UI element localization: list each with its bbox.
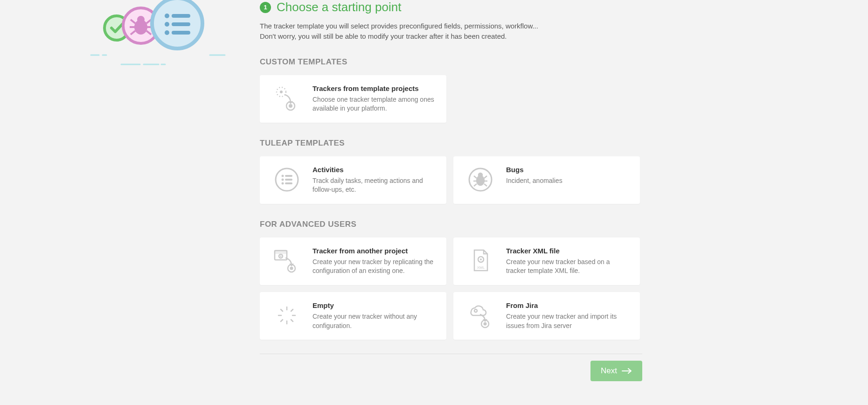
card-desc: Create your new tracker based on a track… xyxy=(506,258,631,276)
section-heading-advanced: FOR ADVANCED USERS xyxy=(260,220,642,229)
svg-point-36 xyxy=(479,173,482,177)
svg-rect-14 xyxy=(172,22,190,26)
svg-point-30 xyxy=(281,178,284,181)
card-title: Trackers from template projects xyxy=(312,84,437,92)
card-title: From Jira xyxy=(506,301,631,309)
next-button[interactable]: Next xyxy=(590,361,642,381)
section-heading-custom: CUSTOM TEMPLATES xyxy=(260,57,642,67)
next-button-label: Next xyxy=(601,366,617,376)
card-desc: Create your new tracker by replicating t… xyxy=(312,258,437,276)
card-title: Tracker XML file xyxy=(506,247,631,255)
svg-rect-33 xyxy=(285,182,292,184)
spinner-empty-icon xyxy=(269,301,304,329)
svg-rect-44 xyxy=(275,251,287,253)
archive-import-icon xyxy=(269,247,304,275)
svg-point-15 xyxy=(165,30,169,35)
svg-point-60 xyxy=(474,309,477,312)
svg-point-46 xyxy=(280,255,281,257)
card-bugs[interactable]: Bugs Incident, anomalies xyxy=(453,156,640,204)
svg-rect-29 xyxy=(285,175,292,177)
svg-rect-12 xyxy=(172,14,190,18)
svg-line-40 xyxy=(484,176,487,178)
card-desc: Choose one tracker template among ones a… xyxy=(312,95,437,113)
svg-point-28 xyxy=(281,175,284,177)
card-title: Bugs xyxy=(506,166,631,174)
svg-line-59 xyxy=(291,309,293,311)
step-number-badge: 1 xyxy=(260,2,271,13)
intro-line-1: The tracker template you will select pro… xyxy=(260,22,538,30)
svg-point-50 xyxy=(480,258,482,260)
svg-line-56 xyxy=(281,309,283,311)
intro-line-2: Don't worry, you will still be able to m… xyxy=(260,32,507,40)
xml-file-icon: XML xyxy=(463,247,498,275)
card-desc: Incident, anomalies xyxy=(506,176,631,186)
svg-line-42 xyxy=(484,184,487,186)
step-header: 1 Choose a starting point xyxy=(260,0,642,14)
card-desc: Create your new tracker and import its i… xyxy=(506,312,631,330)
cloud-import-icon xyxy=(463,301,498,329)
svg-point-26 xyxy=(289,104,292,108)
section-heading-tuleap: TULEAP TEMPLATES xyxy=(260,139,642,148)
svg-point-62 xyxy=(483,322,486,326)
step-title: Choose a starting point xyxy=(277,0,401,14)
bug-icon xyxy=(463,166,498,194)
card-empty[interactable]: Empty Create your new tracker without an… xyxy=(260,292,446,340)
svg-point-32 xyxy=(281,182,284,184)
svg-point-3 xyxy=(138,17,144,22)
divider xyxy=(260,354,642,354)
list-icon xyxy=(269,166,304,194)
svg-rect-16 xyxy=(172,31,190,35)
svg-rect-31 xyxy=(285,179,292,181)
svg-line-37 xyxy=(474,176,477,178)
svg-point-48 xyxy=(290,266,293,270)
card-title: Tracker from another project xyxy=(312,247,437,255)
card-trackers-from-template-projects[interactable]: Trackers from template projects Choose o… xyxy=(260,75,446,123)
card-desc: Create your new tracker without any conf… xyxy=(312,312,437,330)
svg-line-58 xyxy=(281,320,283,321)
svg-line-57 xyxy=(291,320,293,321)
card-desc: Track daily tasks, meeting actions and f… xyxy=(312,176,437,195)
card-activities[interactable]: Activities Track daily tasks, meeting ac… xyxy=(260,156,446,204)
svg-point-13 xyxy=(165,22,169,27)
card-tracker-from-another-project[interactable]: Tracker from another project Create your… xyxy=(260,237,446,285)
svg-line-39 xyxy=(474,184,477,186)
svg-point-24 xyxy=(280,91,283,93)
card-from-jira[interactable]: From Jira Create your new tracker and im… xyxy=(453,292,640,340)
template-project-icon xyxy=(269,84,304,112)
arrow-right-icon xyxy=(622,368,632,374)
intro-text: The tracker template you will select pro… xyxy=(260,21,642,42)
card-title: Activities xyxy=(312,166,437,174)
svg-point-11 xyxy=(165,14,169,18)
svg-text:XML: XML xyxy=(477,265,485,270)
card-tracker-xml-file[interactable]: XML Tracker XML file Create your new tra… xyxy=(453,237,640,285)
card-title: Empty xyxy=(312,301,437,309)
hero-illustration xyxy=(89,0,233,70)
